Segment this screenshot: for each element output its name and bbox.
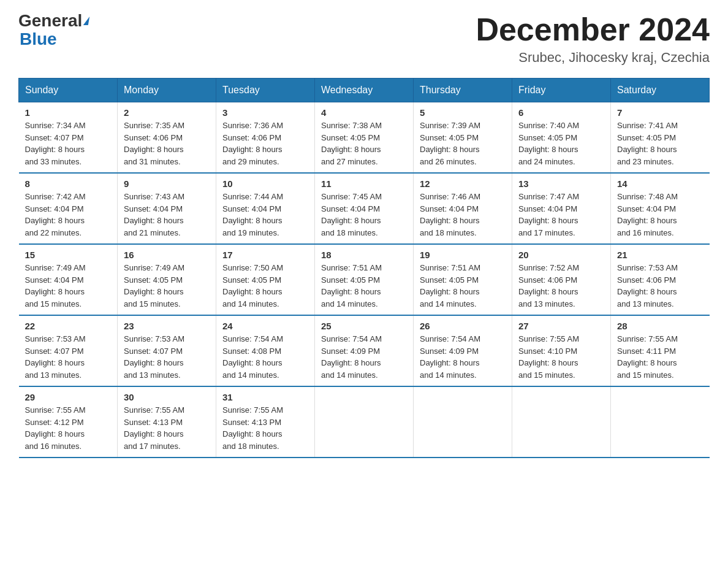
table-row: 24 Sunrise: 7:54 AM Sunset: 4:08 PM Dayl…: [216, 315, 315, 386]
day-number: 9: [124, 178, 210, 189]
col-saturday: Saturday: [611, 79, 710, 102]
table-row: [315, 386, 414, 458]
col-friday: Friday: [512, 79, 611, 102]
calendar-table: Sunday Monday Tuesday Wednesday Thursday…: [18, 78, 710, 458]
day-number: 13: [518, 178, 604, 189]
day-info: Sunrise: 7:44 AM Sunset: 4:04 PM Dayligh…: [222, 191, 308, 239]
day-info: Sunrise: 7:54 AM Sunset: 4:09 PM Dayligh…: [420, 333, 506, 381]
month-title: December 2024: [476, 12, 710, 47]
day-info: Sunrise: 7:55 AM Sunset: 4:12 PM Dayligh…: [25, 404, 112, 452]
day-info: Sunrise: 7:53 AM Sunset: 4:07 PM Dayligh…: [25, 333, 112, 381]
calendar-week-row: 22 Sunrise: 7:53 AM Sunset: 4:07 PM Dayl…: [19, 315, 710, 386]
table-row: 4 Sunrise: 7:38 AM Sunset: 4:05 PM Dayli…: [315, 102, 414, 174]
day-number: 7: [617, 107, 703, 118]
day-number: 3: [222, 107, 308, 118]
table-row: 30 Sunrise: 7:55 AM Sunset: 4:13 PM Dayl…: [118, 386, 216, 458]
table-row: 14 Sunrise: 7:48 AM Sunset: 4:04 PM Dayl…: [611, 173, 710, 244]
day-number: 1: [25, 107, 112, 118]
table-row: 9 Sunrise: 7:43 AM Sunset: 4:04 PM Dayli…: [118, 173, 216, 244]
day-number: 20: [518, 250, 604, 260]
table-row: 17 Sunrise: 7:50 AM Sunset: 4:05 PM Dayl…: [216, 244, 315, 315]
day-number: 29: [25, 392, 112, 402]
day-number: 5: [420, 107, 506, 118]
logo-general-text: General: [18, 12, 82, 29]
table-row: 25 Sunrise: 7:54 AM Sunset: 4:09 PM Dayl…: [315, 315, 414, 386]
day-info: Sunrise: 7:34 AM Sunset: 4:07 PM Dayligh…: [25, 120, 112, 167]
calendar-week-row: 29 Sunrise: 7:55 AM Sunset: 4:12 PM Dayl…: [19, 386, 710, 458]
day-number: 18: [321, 250, 407, 260]
calendar-week-row: 1 Sunrise: 7:34 AM Sunset: 4:07 PM Dayli…: [19, 102, 710, 174]
day-info: Sunrise: 7:51 AM Sunset: 4:05 PM Dayligh…: [321, 262, 407, 310]
day-number: 2: [124, 107, 210, 118]
day-number: 24: [222, 321, 308, 331]
table-row: 20 Sunrise: 7:52 AM Sunset: 4:06 PM Dayl…: [512, 244, 611, 315]
col-thursday: Thursday: [414, 79, 512, 102]
day-info: Sunrise: 7:54 AM Sunset: 4:09 PM Dayligh…: [321, 333, 407, 381]
table-row: 23 Sunrise: 7:53 AM Sunset: 4:07 PM Dayl…: [118, 315, 216, 386]
day-number: 30: [124, 392, 210, 402]
title-area: December 2024 Srubec, Jihocesky kraj, Cz…: [476, 12, 710, 66]
table-row: 16 Sunrise: 7:49 AM Sunset: 4:05 PM Dayl…: [118, 244, 216, 315]
day-number: 17: [222, 250, 308, 260]
day-info: Sunrise: 7:51 AM Sunset: 4:05 PM Dayligh…: [420, 262, 506, 310]
table-row: 28 Sunrise: 7:55 AM Sunset: 4:11 PM Dayl…: [611, 315, 710, 386]
day-info: Sunrise: 7:55 AM Sunset: 4:10 PM Dayligh…: [518, 333, 604, 381]
day-info: Sunrise: 7:55 AM Sunset: 4:11 PM Dayligh…: [617, 333, 703, 381]
day-info: Sunrise: 7:50 AM Sunset: 4:05 PM Dayligh…: [222, 262, 308, 310]
table-row: [512, 386, 611, 458]
day-number: 22: [25, 321, 112, 331]
day-info: Sunrise: 7:53 AM Sunset: 4:07 PM Dayligh…: [124, 333, 210, 381]
day-info: Sunrise: 7:45 AM Sunset: 4:04 PM Dayligh…: [321, 191, 407, 239]
calendar-header-row: Sunday Monday Tuesday Wednesday Thursday…: [19, 79, 710, 102]
table-row: 13 Sunrise: 7:47 AM Sunset: 4:04 PM Dayl…: [512, 173, 611, 244]
col-tuesday: Tuesday: [216, 79, 315, 102]
day-number: 4: [321, 107, 407, 118]
table-row: 31 Sunrise: 7:55 AM Sunset: 4:13 PM Dayl…: [216, 386, 315, 458]
col-monday: Monday: [118, 79, 216, 102]
table-row: 5 Sunrise: 7:39 AM Sunset: 4:05 PM Dayli…: [414, 102, 512, 174]
page-header: General Blue December 2024 Srubec, Jihoc…: [18, 12, 710, 66]
day-info: Sunrise: 7:46 AM Sunset: 4:04 PM Dayligh…: [420, 191, 506, 239]
day-number: 26: [420, 321, 506, 331]
calendar-week-row: 15 Sunrise: 7:49 AM Sunset: 4:04 PM Dayl…: [19, 244, 710, 315]
day-number: 19: [420, 250, 506, 260]
logo-blue-text: Blue: [20, 29, 57, 49]
day-number: 10: [222, 178, 308, 189]
day-info: Sunrise: 7:43 AM Sunset: 4:04 PM Dayligh…: [124, 191, 210, 239]
day-number: 8: [25, 178, 112, 189]
table-row: 19 Sunrise: 7:51 AM Sunset: 4:05 PM Dayl…: [414, 244, 512, 315]
table-row: 15 Sunrise: 7:49 AM Sunset: 4:04 PM Dayl…: [19, 244, 118, 315]
day-number: 25: [321, 321, 407, 331]
table-row: 2 Sunrise: 7:35 AM Sunset: 4:06 PM Dayli…: [118, 102, 216, 174]
day-number: 27: [518, 321, 604, 331]
col-wednesday: Wednesday: [315, 79, 414, 102]
day-number: 16: [124, 250, 210, 260]
table-row: 10 Sunrise: 7:44 AM Sunset: 4:04 PM Dayl…: [216, 173, 315, 244]
table-row: 1 Sunrise: 7:34 AM Sunset: 4:07 PM Dayli…: [19, 102, 118, 174]
day-number: 23: [124, 321, 210, 331]
day-info: Sunrise: 7:53 AM Sunset: 4:06 PM Dayligh…: [617, 262, 703, 310]
day-info: Sunrise: 7:49 AM Sunset: 4:05 PM Dayligh…: [124, 262, 210, 310]
table-row: 18 Sunrise: 7:51 AM Sunset: 4:05 PM Dayl…: [315, 244, 414, 315]
table-row: 8 Sunrise: 7:42 AM Sunset: 4:04 PM Dayli…: [19, 173, 118, 244]
day-number: 14: [617, 178, 703, 189]
col-sunday: Sunday: [19, 79, 118, 102]
day-info: Sunrise: 7:47 AM Sunset: 4:04 PM Dayligh…: [518, 191, 604, 239]
day-info: Sunrise: 7:35 AM Sunset: 4:06 PM Dayligh…: [124, 120, 210, 167]
day-number: 21: [617, 250, 703, 260]
day-info: Sunrise: 7:41 AM Sunset: 4:05 PM Dayligh…: [617, 120, 703, 167]
day-number: 11: [321, 178, 407, 189]
table-row: 12 Sunrise: 7:46 AM Sunset: 4:04 PM Dayl…: [414, 173, 512, 244]
day-number: 12: [420, 178, 506, 189]
day-number: 15: [25, 250, 112, 260]
calendar-week-row: 8 Sunrise: 7:42 AM Sunset: 4:04 PM Dayli…: [19, 173, 710, 244]
table-row: 22 Sunrise: 7:53 AM Sunset: 4:07 PM Dayl…: [19, 315, 118, 386]
day-info: Sunrise: 7:55 AM Sunset: 4:13 PM Dayligh…: [222, 404, 308, 452]
day-info: Sunrise: 7:38 AM Sunset: 4:05 PM Dayligh…: [321, 120, 407, 167]
table-row: 26 Sunrise: 7:54 AM Sunset: 4:09 PM Dayl…: [414, 315, 512, 386]
day-info: Sunrise: 7:54 AM Sunset: 4:08 PM Dayligh…: [222, 333, 308, 381]
day-info: Sunrise: 7:48 AM Sunset: 4:04 PM Dayligh…: [617, 191, 703, 239]
location-title: Srubec, Jihocesky kraj, Czechia: [476, 50, 710, 66]
day-info: Sunrise: 7:55 AM Sunset: 4:13 PM Dayligh…: [124, 404, 210, 452]
table-row: 6 Sunrise: 7:40 AM Sunset: 4:05 PM Dayli…: [512, 102, 611, 174]
